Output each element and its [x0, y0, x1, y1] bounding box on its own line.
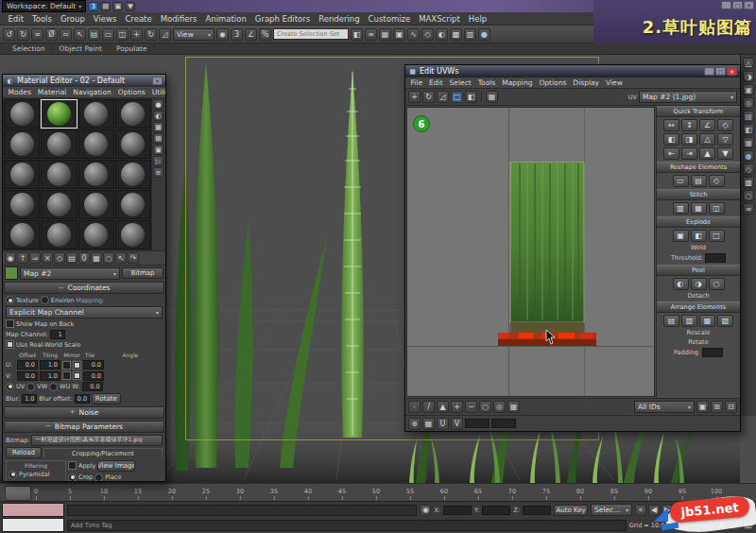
angle-snap-icon[interactable]: ∠ [245, 28, 257, 41]
uv-loop-icon[interactable]: ○ [479, 401, 491, 413]
use-real-world-scale-checkbox[interactable] [6, 340, 14, 349]
reset-map-icon[interactable]: × [42, 252, 53, 264]
grass-blade[interactable] [193, 62, 218, 468]
uv-tool-button[interactable]: ◇ [717, 119, 733, 131]
ribbon-tab-populate[interactable]: Populate [110, 44, 155, 53]
uv-grow-icon[interactable]: + [451, 401, 463, 413]
uv-radio[interactable] [6, 383, 14, 391]
reload-button[interactable]: Reload [6, 447, 42, 458]
uv-panel-header-quick-transform[interactable]: Quick Transform [657, 106, 740, 117]
material-slot-7[interactable] [115, 129, 151, 159]
menu-maxscript[interactable]: MAXScript [415, 14, 465, 24]
uv-v-coordinate-field[interactable] [491, 419, 516, 428]
save-file-icon[interactable]: ▼ [125, 2, 135, 11]
material-slot-17[interactable] [41, 220, 77, 249]
u-tile-checkbox[interactable] [73, 361, 81, 370]
uv-tool-button[interactable]: ◧ [663, 133, 679, 146]
ribbon-tab-selection[interactable]: Selection [6, 44, 53, 53]
select-link-icon[interactable]: ∞ [31, 28, 43, 41]
selection-lock-icon[interactable]: ◉ [420, 505, 431, 516]
motion-panel-icon[interactable]: ◎ [743, 97, 754, 109]
menu-rendering[interactable]: Rendering [315, 14, 364, 24]
uv-menu-select[interactable]: Select [446, 78, 474, 87]
bitmap-parameters-rollout-header[interactable]: Bitmap Parameters [4, 421, 164, 433]
vw-radio[interactable] [26, 383, 35, 391]
utilities-panel-icon[interactable]: ◧ [743, 124, 754, 135]
uv-shrink-icon[interactable]: − [465, 401, 477, 413]
snaps-toggle-icon[interactable]: 3 [231, 28, 243, 41]
timeline[interactable]: 0510152025303540455055606570758085909510… [0, 483, 756, 501]
material-id-icon[interactable]: 0 [78, 252, 90, 264]
uv-select-by-id-icon[interactable]: ▣ [696, 401, 709, 413]
material-menu-modes[interactable]: Modes [5, 88, 34, 96]
map-type-button[interactable]: Bitmap [122, 267, 163, 279]
max-logo-icon[interactable]: 3 [88, 2, 98, 11]
uv-snap-toggle-icon[interactable]: ⊕ [408, 418, 421, 430]
uv-tool-button[interactable]: ◫ [709, 202, 725, 215]
crop-radio[interactable] [68, 473, 77, 482]
close-button[interactable]: × [727, 67, 737, 76]
select-and-scale-icon[interactable]: ◿ [159, 28, 171, 41]
open-file-icon[interactable]: ▣ [112, 2, 123, 11]
uv-tool-button[interactable]: ▤ [691, 175, 707, 187]
material-slot-13[interactable] [41, 190, 77, 219]
menu-views[interactable]: Views [89, 14, 121, 24]
uv-tool-button[interactable]: ○ [709, 278, 725, 290]
place-radio[interactable] [94, 473, 103, 482]
sample-uv-tiling-icon[interactable]: ▤ [153, 133, 163, 144]
uv-plus-icon[interactable]: ⊞ [711, 401, 723, 413]
move-icon[interactable]: + [408, 91, 421, 103]
apply-checkbox[interactable] [68, 461, 77, 470]
material-slot-3[interactable] [115, 99, 151, 129]
scale-icon[interactable]: ◿ [437, 91, 449, 103]
uv-grid-toggle-icon[interactable]: ▦ [422, 418, 435, 430]
uv-tool-button[interactable]: ↔ [663, 119, 679, 131]
named-selection-set-input[interactable] [273, 28, 349, 40]
select-object-icon[interactable]: ↖ [74, 28, 86, 41]
put-to-library-icon[interactable]: ▤ [66, 252, 77, 264]
side-toolbar-icon-4[interactable]: ▩ [743, 177, 754, 188]
material-slot-9[interactable] [41, 160, 77, 189]
uv-tool-button[interactable]: ▥ [681, 315, 697, 327]
render-setup-icon[interactable]: ▩ [450, 28, 462, 41]
uv-canvas[interactable]: 6 [406, 107, 655, 397]
assign-to-selection-icon[interactable]: ⇒ [29, 252, 41, 264]
uv-face-mode-icon[interactable]: ▲ [437, 401, 449, 413]
uv-tool-button[interactable]: ▽ [717, 133, 733, 146]
wu-radio[interactable] [49, 383, 58, 391]
id-filter-dropdown[interactable]: All IDs [634, 401, 695, 413]
create-panel-icon[interactable]: △ [743, 58, 754, 69]
make-preview-icon[interactable]: ▷ [153, 156, 163, 166]
side-toolbar-icon-3[interactable]: ◇ [743, 163, 754, 175]
maximize-button[interactable]: □ [715, 67, 726, 76]
x-coordinate-field[interactable] [443, 506, 472, 515]
uv-tool-button[interactable]: ▦ [699, 315, 715, 327]
ribbon-tab-object-paint[interactable]: Object Paint [53, 44, 110, 53]
restore-button[interactable]: □ [732, 1, 743, 9]
rectangular-selection-icon[interactable]: ▭ [102, 28, 114, 41]
v-offset-field[interactable]: 0.0 [17, 371, 38, 381]
material-menu-navigation[interactable]: Navigation [70, 88, 114, 96]
redo-icon[interactable]: ↻ [17, 28, 29, 41]
new-scene-icon[interactable]: ▤ [100, 2, 111, 11]
uv-panel-field-value[interactable] [702, 348, 723, 357]
undo-icon[interactable]: ↺ [3, 28, 15, 41]
texture-list-dropdown[interactable]: Map #2 (1.jpg) [639, 91, 737, 103]
backlight-icon[interactable]: ◐ [153, 111, 163, 121]
material-slot-4[interactable] [4, 129, 40, 159]
select-and-move-icon[interactable]: + [130, 28, 143, 41]
go-to-start-icon[interactable]: « [635, 505, 646, 516]
summed-area-radio[interactable] [9, 481, 17, 482]
maxscript-listener-input[interactable] [2, 518, 64, 532]
menu-edit[interactable]: Edit [4, 14, 27, 24]
material-slot-12[interactable] [4, 190, 40, 219]
w-angle-field[interactable]: 0.0 [82, 382, 103, 391]
rotate-icon[interactable]: ↻ [422, 91, 435, 103]
uv-tool-button[interactable]: ◨ [681, 133, 697, 146]
uv-u-coordinate-field[interactable] [465, 419, 490, 428]
material-slot-19[interactable] [115, 220, 151, 249]
uv-tool-button[interactable]: ▧ [717, 315, 733, 327]
uv-menu-display[interactable]: Display [570, 78, 603, 87]
uv-panel-header-reshape-elements[interactable]: Reshape Elements [657, 162, 740, 173]
auto-key-button[interactable]: Auto Key [554, 505, 588, 516]
